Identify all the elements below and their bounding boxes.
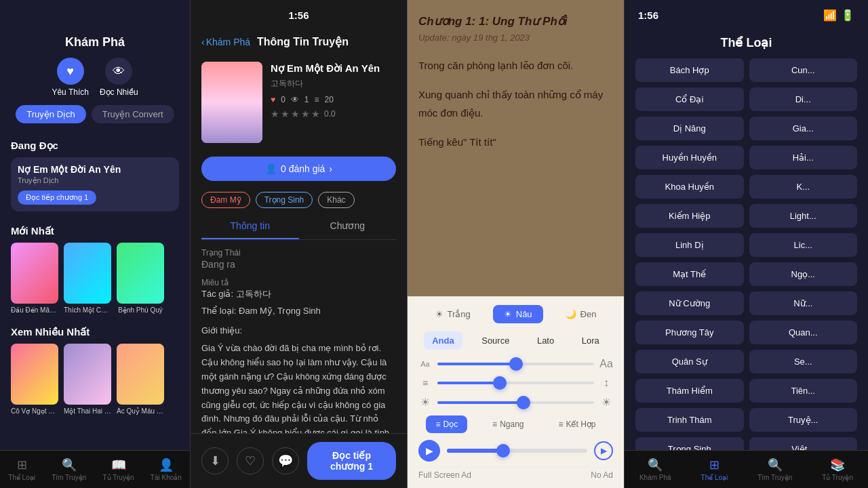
mode-doc[interactable]: ≡ Dọc <box>426 415 467 433</box>
genre-item-1[interactable]: Cun... <box>749 58 858 82</box>
theme-nau[interactable]: ☀ Nâu <box>493 305 543 323</box>
brightness-track[interactable] <box>437 401 594 404</box>
genre-item-24[interactable]: Trinh Thám <box>635 408 744 432</box>
genre-item-7[interactable]: Hải... <box>749 146 858 169</box>
font-lato[interactable]: Lato <box>529 331 562 350</box>
genre-item-6[interactable]: Huyền Huyền <box>635 146 744 169</box>
tag-row: Đam Mỹ Trọng Sinh Khác <box>191 186 407 214</box>
tab-thong-tin[interactable]: Thông tin <box>201 214 299 239</box>
play-button[interactable]: ▶ <box>418 440 440 462</box>
star-rating: ★ ★ ★ ★ ★ 0.0 <box>271 108 396 119</box>
genre-item-2[interactable]: Cổ Đại <box>635 87 744 111</box>
genre-item-11[interactable]: Light... <box>749 204 858 228</box>
read-continue-btn[interactable]: Đọc tiếp chương 1 <box>18 190 96 205</box>
genre-item-0[interactable]: Bách Hợp <box>635 58 744 82</box>
brightness-thumb[interactable] <box>517 396 530 409</box>
font-size-large-icon: Aa <box>599 358 613 370</box>
tag-dam-my[interactable]: Đam Mỹ <box>201 192 250 208</box>
font-size-track[interactable] <box>437 363 594 365</box>
nav-tim-truyen-p4[interactable]: 🔍 Tìm Truyện <box>757 458 792 481</box>
theme-trang[interactable]: ☀ Trắng <box>425 305 481 323</box>
play-end-button[interactable]: ▶ <box>594 441 613 460</box>
nav-the-loai-p4[interactable]: ⊞ Thể Loại <box>701 458 728 481</box>
genre-item-10[interactable]: Kiếm Hiệp <box>635 204 744 228</box>
genre-item-19[interactable]: Quan... <box>749 321 858 344</box>
back-button[interactable]: ‹ Khám Phá <box>201 37 250 47</box>
read-mode-row: ≡ Dọc ≡ Ngang ≡ Kết Hợp <box>418 415 613 433</box>
best-book-item-3[interactable]: Ác Quỷ Máu Lạnh Biệt Y... <box>117 344 164 415</box>
cover-art <box>201 62 262 143</box>
genre-item-25[interactable]: Truyệ... <box>749 408 858 432</box>
genre-item-15[interactable]: Ngọ... <box>749 262 858 286</box>
font-source[interactable]: Source <box>473 331 517 350</box>
genre-item-4[interactable]: Dị Năng <box>635 117 744 140</box>
genre-item-16[interactable]: Nữ Cường <box>635 291 744 315</box>
current-reading-card[interactable]: Nợ Em Một Đời An Yên Truyện Dịch Đọc tiế… <box>11 157 179 211</box>
read-chapter-button[interactable]: Đọc tiếp chương 1 <box>307 442 396 480</box>
sun-icon-sm: ☀ <box>435 309 443 319</box>
desc-the-loai-key: Thể loại: <box>201 306 239 316</box>
favorite-button[interactable]: ♡ <box>237 447 264 474</box>
genre-item-27[interactable]: Việt... <box>749 437 858 450</box>
genre-item-17[interactable]: Nữ... <box>749 291 858 315</box>
comment-button[interactable]: 💬 <box>272 447 299 474</box>
genre-item-3[interactable]: Di... <box>749 87 858 111</box>
font-anda[interactable]: Anda <box>424 331 462 350</box>
play-thumb[interactable] <box>496 444 510 458</box>
nav-the-loai[interactable]: ⊞ Thể Loại <box>8 458 35 481</box>
filter-yeu-thich-label: Yêu Thích <box>52 87 88 97</box>
mode-ket-hop[interactable]: ≡ Kết Hợp <box>549 415 605 433</box>
best-books-row: Cô Vợ Ngọt Ngào Có C... Một Thai Hai Bảo… <box>0 344 190 415</box>
book-label-3: Bệnh Phú Quý <box>117 306 164 314</box>
tag-trong-sinh[interactable]: Trọng Sinh <box>256 192 313 208</box>
font-size-thumb[interactable] <box>509 357 523 371</box>
genre-item-20[interactable]: Quân Sự <box>635 350 744 373</box>
theme-den[interactable]: 🌙 Đen <box>555 305 608 323</box>
genre-item-21[interactable]: Se... <box>749 350 858 373</box>
section-new: Mới Nhất <box>0 220 190 243</box>
nav-kham-pha-p4[interactable]: 🔍 Khám Phá <box>639 458 671 481</box>
play-track[interactable] <box>447 449 587 453</box>
genre-item-8[interactable]: Khoa Huyền <box>635 175 744 199</box>
nav-tim-truyen[interactable]: 🔍 Tìm Truyện <box>52 458 86 481</box>
line-height-thumb[interactable] <box>493 376 507 390</box>
genre-item-12[interactable]: Linh Dị <box>635 233 744 257</box>
font-lora[interactable]: Lora <box>574 331 608 350</box>
best-book-item-2[interactable]: Một Thai Hai Bảo: Giám... <box>64 344 111 415</box>
review-button[interactable]: 👤 0 đánh giá › <box>201 157 396 181</box>
tag-khac[interactable]: Khác <box>318 192 354 208</box>
desc-author: Tác giả: 고독하다 <box>201 287 396 302</box>
nav-tai-khoan[interactable]: 👤 Tài Khoản <box>151 458 182 481</box>
sun-icon-md: ☀ <box>504 309 512 319</box>
nav-tu-truyen-p4[interactable]: 📚 Tủ Truyện <box>822 458 853 481</box>
book-item-1[interactable]: Đầu Đến Mây Vẫn Yêu <box>11 243 58 314</box>
book-item-2[interactable]: Thích Một Con Mèo <box>64 243 111 314</box>
genre-item-22[interactable]: Thám Hiểm <box>635 379 744 403</box>
genre-item-14[interactable]: Mạt Thế <box>635 262 744 286</box>
filter-doc-nhieu[interactable]: 👁 Đọc Nhiều <box>100 58 138 97</box>
chat-icon: 💬 <box>278 453 293 468</box>
tab-chuong[interactable]: Chương <box>299 214 397 239</box>
filter-yeu-thich[interactable]: ♥ Yêu Thích <box>52 58 88 97</box>
nav-tu-truyen[interactable]: 📖 Tủ Truyện <box>103 458 134 481</box>
book-main-title: Nợ Em Một Đời An Yên <box>271 62 396 75</box>
genre-item-23[interactable]: Tiên... <box>749 379 858 403</box>
book-label-2: Thích Một Con Mèo <box>64 306 111 314</box>
genre-item-9[interactable]: K... <box>749 175 858 199</box>
type-dich-button[interactable]: Truyện Dịch <box>16 105 85 123</box>
type-buttons: Truyện Dịch Truyện Convert <box>0 105 190 134</box>
eye-stat-icon: 👁 <box>291 95 299 104</box>
desc-tac-gia-key: Tác giả: <box>201 289 236 299</box>
type-convert-button[interactable]: Truyện Convert <box>92 105 174 123</box>
genre-item-18[interactable]: Phương Tây <box>635 321 744 344</box>
book-item-3[interactable]: Bệnh Phú Quý <box>117 243 164 314</box>
line-height-track[interactable] <box>437 382 594 384</box>
mode-ngang[interactable]: ≡ Ngang <box>483 415 533 433</box>
genre-item-26[interactable]: Trọng Sinh <box>635 437 744 450</box>
rating-number: 0.0 <box>324 109 336 119</box>
genre-item-5[interactable]: Gia... <box>749 117 858 140</box>
best-book-item-1[interactable]: Cô Vợ Ngọt Ngào Có C... <box>11 344 58 415</box>
desc-tac-gia-val: 고독하다 <box>236 289 271 299</box>
genre-item-13[interactable]: Lic... <box>749 233 858 257</box>
download-button[interactable]: ⬇ <box>201 447 229 474</box>
